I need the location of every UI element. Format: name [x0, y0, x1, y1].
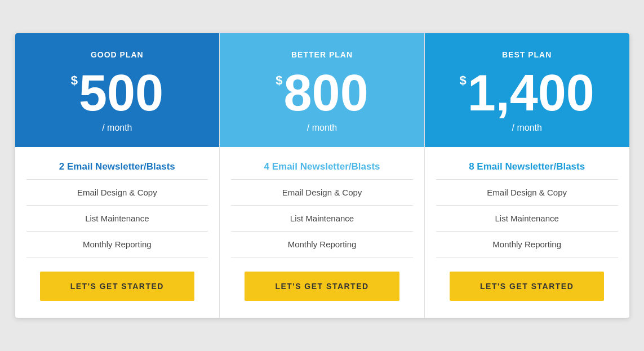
plan-amount-good: 500	[79, 68, 163, 118]
plan-name-good: GOOD PLAN	[91, 50, 144, 59]
plan-feature-item-good-2: Monthly Reporting	[26, 232, 208, 257]
plan-body-best: 8 Email Newsletter/BlastsEmail Design & …	[425, 147, 629, 318]
plan-header-best: BEST PLAN$1,400/ month	[425, 33, 629, 147]
plan-highlight-best: 8 Email Newsletter/Blasts	[436, 161, 618, 180]
plan-feature-item-better-0: Email Design & Copy	[231, 180, 413, 206]
plan-cta-wrapper-better: LET'S GET STARTED	[231, 272, 413, 301]
plan-currency-better: $	[276, 73, 282, 88]
plan-cta-wrapper-good: LET'S GET STARTED	[26, 272, 208, 301]
plan-feature-item-better-1: List Maintenance	[231, 206, 413, 232]
pricing-container: GOOD PLAN$500/ month2 Email Newsletter/B…	[15, 33, 629, 318]
plan-features-list-good: Email Design & CopyList MaintenanceMonth…	[26, 180, 208, 257]
plan-feature-item-good-0: Email Design & Copy	[26, 180, 208, 206]
plan-amount-best: 1,400	[468, 68, 594, 118]
plan-highlight-better: 4 Email Newsletter/Blasts	[231, 161, 413, 180]
plan-currency-best: $	[459, 73, 466, 88]
plan-header-better: BETTER PLAN$800/ month	[220, 33, 424, 147]
plan-card-better: BETTER PLAN$800/ month4 Email Newsletter…	[220, 33, 425, 318]
plan-price-wrapper-best: $1,400	[459, 68, 594, 118]
plan-feature-item-best-1: List Maintenance	[436, 206, 618, 232]
plan-feature-item-good-1: List Maintenance	[26, 206, 208, 232]
plan-cta-button-best[interactable]: LET'S GET STARTED	[450, 272, 604, 301]
plan-feature-item-best-2: Monthly Reporting	[436, 232, 618, 257]
plan-features-list-best: Email Design & CopyList MaintenanceMonth…	[436, 180, 618, 257]
plan-amount-better: 800	[284, 68, 368, 118]
plan-feature-item-better-2: Monthly Reporting	[231, 232, 413, 257]
plan-features-list-better: Email Design & CopyList MaintenanceMonth…	[231, 180, 413, 257]
plan-card-best: BEST PLAN$1,400/ month8 Email Newsletter…	[425, 33, 629, 318]
plan-period-good: / month	[102, 123, 132, 133]
plan-cta-button-good[interactable]: LET'S GET STARTED	[40, 272, 194, 301]
plan-price-wrapper-good: $500	[71, 68, 163, 118]
plan-cta-wrapper-best: LET'S GET STARTED	[436, 272, 618, 301]
plan-card-good: GOOD PLAN$500/ month2 Email Newsletter/B…	[15, 33, 220, 318]
plan-period-best: / month	[512, 123, 542, 133]
plan-currency-good: $	[71, 73, 78, 88]
plan-name-best: BEST PLAN	[502, 50, 552, 59]
plan-name-better: BETTER PLAN	[291, 50, 353, 59]
plan-header-good: GOOD PLAN$500/ month	[15, 33, 220, 147]
plan-body-good: 2 Email Newsletter/BlastsEmail Design & …	[15, 147, 220, 318]
plan-highlight-good: 2 Email Newsletter/Blasts	[26, 161, 208, 180]
plan-period-better: / month	[307, 123, 337, 133]
plan-cta-button-better[interactable]: LET'S GET STARTED	[245, 272, 399, 301]
plan-body-better: 4 Email Newsletter/BlastsEmail Design & …	[220, 147, 424, 318]
plan-price-wrapper-better: $800	[276, 68, 368, 118]
plan-feature-item-best-0: Email Design & Copy	[436, 180, 618, 206]
